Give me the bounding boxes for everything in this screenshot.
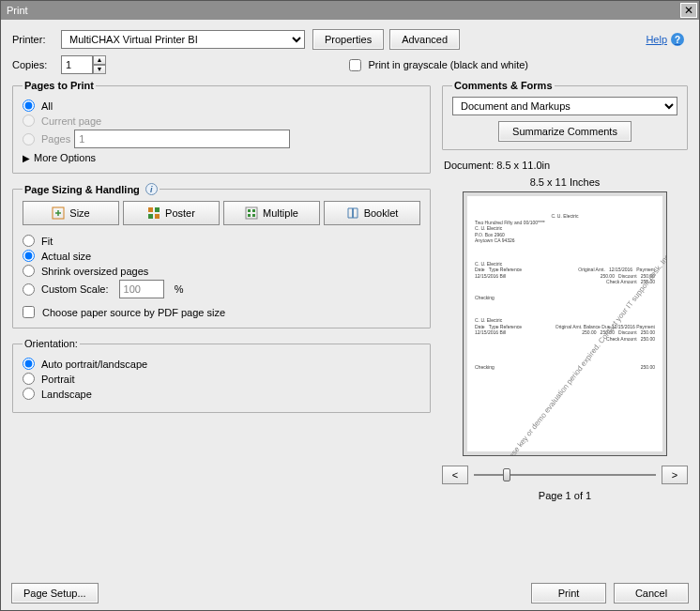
help-label: Help: [646, 34, 667, 45]
radio-shrink-label: Shrink oversized pages: [41, 266, 148, 277]
size-icon: [52, 206, 65, 220]
window-title: Print: [7, 5, 28, 16]
more-options-label: More Options: [34, 152, 96, 163]
titlebar: Print ✕: [1, 1, 699, 20]
poster-icon: [147, 206, 160, 220]
svg-rect-9: [252, 214, 255, 217]
print-preview: C. U. Electric Two Hundred Fifty and 00/…: [463, 191, 667, 456]
radio-landscape[interactable]: [23, 388, 35, 400]
grayscale-row: Print in grayscale (black and white): [349, 59, 528, 71]
radio-fit-label: Fit: [41, 236, 53, 247]
svg-rect-1: [148, 207, 153, 212]
copies-spinner: ▲ ▼: [93, 55, 106, 74]
radio-actual[interactable]: [23, 250, 35, 262]
more-options-toggle[interactable]: ▶ More Options: [23, 152, 420, 163]
preview-page-size-label: 8.5 x 11 Inches: [442, 176, 688, 188]
sizing-group: Page Sizing & Handling i Size Poster Mul…: [12, 183, 431, 328]
svg-rect-5: [246, 207, 257, 219]
custom-scale-input: [119, 280, 164, 298]
orientation-group: Orientation: Auto portrait/landscape Por…: [12, 338, 431, 413]
help-link[interactable]: Help ?: [646, 33, 684, 46]
radio-pages-label: Pages: [41, 133, 70, 145]
radio-all[interactable]: [23, 99, 35, 112]
page-setup-button[interactable]: Page Setup...: [11, 583, 99, 603]
cancel-button[interactable]: Cancel: [614, 583, 689, 603]
printer-select[interactable]: MultiCHAX Virtual Printer BI: [61, 30, 305, 49]
radio-actual-label: Actual size: [41, 251, 91, 262]
radio-landscape-label: Landscape: [41, 389, 92, 400]
properties-button[interactable]: Properties: [312, 29, 384, 50]
radio-custom-label: Custom Scale:: [41, 283, 109, 295]
multiple-icon: [245, 206, 258, 220]
triangle-right-icon: ▶: [23, 153, 30, 163]
info-icon[interactable]: i: [145, 183, 158, 195]
radio-current-label: Current page: [41, 115, 101, 127]
copies-up-button[interactable]: ▲: [93, 55, 106, 65]
preview-zoom-slider[interactable]: [474, 468, 656, 481]
choose-source-label: Choose paper source by PDF page size: [42, 307, 225, 318]
orientation-legend: Orientation:: [23, 338, 80, 349]
radio-current: [23, 115, 35, 127]
tab-booklet[interactable]: Booklet: [324, 201, 420, 225]
preview-next-button[interactable]: >: [662, 466, 688, 484]
radio-shrink[interactable]: [23, 265, 35, 277]
svg-rect-7: [252, 209, 255, 212]
pages-input: [74, 130, 290, 148]
svg-rect-8: [248, 214, 251, 217]
preview-prev-button[interactable]: <: [442, 466, 468, 484]
radio-pages: [23, 133, 35, 145]
grayscale-checkbox[interactable]: [349, 59, 361, 71]
tab-multiple[interactable]: Multiple: [223, 201, 320, 225]
copies-down-button[interactable]: ▼: [93, 65, 106, 74]
tab-poster[interactable]: Poster: [123, 201, 220, 225]
svg-rect-3: [148, 214, 153, 219]
choose-source-checkbox[interactable]: [23, 306, 35, 318]
radio-auto-orient-label: Auto portrait/landscape: [41, 359, 147, 370]
pages-to-print-legend: Pages to Print: [23, 80, 96, 91]
pages-to-print-group: Pages to Print All Current page Pages ▶ …: [12, 80, 431, 174]
help-icon: ?: [671, 33, 684, 46]
grayscale-label: Print in grayscale (black and white): [368, 59, 528, 70]
close-button[interactable]: ✕: [680, 3, 697, 18]
close-icon: ✕: [684, 4, 693, 17]
sizing-legend: Page Sizing & Handling i: [23, 183, 160, 195]
tab-size[interactable]: Size: [23, 201, 119, 225]
booklet-icon: [346, 206, 359, 220]
percent-label: %: [175, 283, 184, 295]
page-counter: Page 1 of 1: [442, 490, 688, 501]
radio-fit[interactable]: [23, 235, 35, 247]
comments-select[interactable]: Document and Markups: [452, 97, 677, 115]
print-button[interactable]: Print: [531, 583, 606, 603]
comments-group: Comments & Forms Document and Markups Su…: [442, 80, 688, 150]
document-size-label: Document: 8.5 x 11.0in: [444, 160, 688, 171]
radio-custom[interactable]: [23, 283, 35, 296]
radio-portrait-label: Portrait: [41, 374, 74, 385]
radio-portrait[interactable]: [23, 373, 35, 385]
comments-legend: Comments & Forms: [452, 80, 555, 91]
printer-label: Printer:: [12, 34, 61, 45]
copies-input[interactable]: [61, 55, 93, 74]
advanced-button[interactable]: Advanced: [389, 29, 460, 50]
radio-auto-orient[interactable]: [23, 358, 35, 370]
summarize-comments-button[interactable]: Summarize Comments: [498, 121, 632, 142]
svg-rect-2: [155, 207, 160, 212]
svg-rect-6: [248, 209, 251, 212]
copies-label: Copies:: [12, 59, 61, 70]
radio-all-label: All: [41, 100, 53, 112]
svg-rect-4: [155, 214, 160, 219]
